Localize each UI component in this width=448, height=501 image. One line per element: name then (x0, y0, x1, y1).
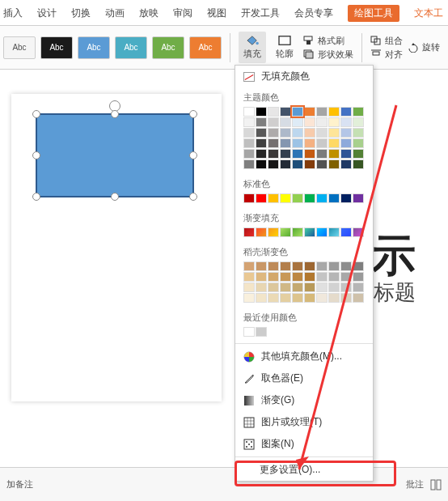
color-swatch[interactable] (243, 128, 255, 138)
color-swatch[interactable] (304, 293, 315, 303)
shape-style-6[interactable]: Abc (189, 36, 222, 59)
color-swatch[interactable] (292, 193, 303, 203)
color-swatch[interactable] (292, 282, 303, 292)
color-swatch[interactable] (328, 272, 340, 282)
more-fill-colors-item[interactable]: 其他填充颜色(M)... (235, 346, 373, 367)
gradient-swatch[interactable] (268, 227, 279, 237)
color-swatch[interactable] (268, 138, 279, 148)
color-swatch[interactable] (316, 149, 328, 159)
color-swatch[interactable] (328, 117, 340, 127)
gradient-swatch[interactable] (316, 227, 328, 237)
color-swatch[interactable] (304, 117, 315, 127)
color-swatch[interactable] (292, 128, 303, 138)
color-swatch[interactable] (304, 261, 315, 271)
gradient-swatch[interactable] (243, 227, 255, 237)
color-swatch[interactable] (316, 282, 328, 292)
color-swatch[interactable] (256, 282, 267, 292)
slide-canvas[interactable] (11, 94, 222, 401)
color-swatch[interactable] (353, 261, 364, 271)
shape-style-1[interactable]: Abc (3, 36, 36, 59)
color-swatch[interactable] (304, 159, 315, 169)
color-swatch[interactable] (304, 149, 315, 159)
gradient-swatch[interactable] (292, 227, 303, 237)
color-swatch[interactable] (256, 293, 267, 303)
color-swatch[interactable] (243, 327, 255, 337)
color-swatch[interactable] (292, 159, 303, 169)
color-swatch[interactable] (328, 159, 340, 169)
color-swatch[interactable] (316, 107, 328, 117)
color-swatch[interactable] (292, 293, 303, 303)
color-swatch[interactable] (316, 272, 328, 282)
color-swatch[interactable] (292, 149, 303, 159)
color-swatch[interactable] (316, 117, 328, 127)
shape-style-5[interactable]: Abc (152, 36, 184, 59)
shape-style-3[interactable]: Abc (78, 36, 110, 59)
comments-button[interactable]: 批注 (406, 478, 424, 490)
color-swatch[interactable] (304, 107, 315, 117)
fill-dropdown-button[interactable]: 填充 (239, 32, 266, 63)
color-swatch[interactable] (353, 159, 364, 169)
color-swatch[interactable] (316, 293, 328, 303)
color-swatch[interactable] (243, 261, 255, 271)
color-swatch[interactable] (256, 193, 267, 203)
shape-effect-button[interactable]: 形状效果 (303, 49, 353, 61)
color-swatch[interactable] (316, 159, 328, 169)
color-swatch[interactable] (280, 193, 291, 203)
color-swatch[interactable] (268, 293, 279, 303)
color-swatch[interactable] (243, 117, 255, 127)
outline-dropdown-button[interactable]: 轮廓 (271, 33, 298, 62)
resize-handle-nw[interactable] (32, 110, 40, 118)
format-brush-button[interactable]: 格式刷 (303, 35, 353, 47)
resize-handle-se[interactable] (189, 193, 197, 201)
shape-style-2[interactable]: Abc (40, 36, 73, 59)
tab-insert[interactable]: 插入 (3, 6, 23, 20)
resize-handle-ne[interactable] (189, 110, 197, 118)
color-swatch[interactable] (243, 107, 255, 117)
color-swatch[interactable] (280, 128, 291, 138)
color-swatch[interactable] (353, 272, 364, 282)
color-swatch[interactable] (280, 117, 291, 127)
color-swatch[interactable] (340, 282, 352, 292)
color-swatch[interactable] (353, 293, 364, 303)
color-swatch[interactable] (268, 117, 279, 127)
no-fill-item[interactable]: 无填充颜色 (235, 66, 373, 87)
resize-handle-w[interactable] (32, 151, 40, 159)
color-swatch[interactable] (268, 193, 279, 203)
color-swatch[interactable] (328, 293, 340, 303)
color-swatch[interactable] (292, 272, 303, 282)
tab-member[interactable]: 会员专享 (294, 6, 333, 20)
color-swatch[interactable] (243, 159, 255, 169)
color-swatch[interactable] (243, 193, 255, 203)
color-swatch[interactable] (243, 149, 255, 159)
tab-animation[interactable]: 动画 (105, 6, 125, 20)
color-swatch[interactable] (292, 107, 303, 117)
color-swatch[interactable] (340, 128, 352, 138)
color-swatch[interactable] (256, 327, 267, 337)
color-swatch[interactable] (256, 117, 267, 127)
color-swatch[interactable] (304, 282, 315, 292)
gradient-swatch[interactable] (256, 227, 267, 237)
tab-design[interactable]: 设计 (37, 6, 57, 20)
color-swatch[interactable] (328, 107, 340, 117)
gradient-swatch[interactable] (280, 227, 291, 237)
resize-handle-n[interactable] (111, 110, 119, 118)
align-button[interactable]: 对齐 (370, 49, 403, 61)
color-swatch[interactable] (280, 107, 291, 117)
color-swatch[interactable] (243, 272, 255, 282)
color-swatch[interactable] (243, 138, 255, 148)
color-swatch[interactable] (268, 159, 279, 169)
group-button[interactable]: 组合 (370, 35, 403, 47)
resize-handle-e[interactable] (189, 151, 197, 159)
pattern-item[interactable]: 图案(N) (235, 433, 373, 455)
color-swatch[interactable] (340, 107, 352, 117)
color-swatch[interactable] (328, 193, 340, 203)
gradient-swatch[interactable] (328, 227, 340, 237)
color-swatch[interactable] (328, 128, 340, 138)
color-swatch[interactable] (304, 193, 315, 203)
color-swatch[interactable] (340, 159, 352, 169)
tab-view[interactable]: 视图 (207, 6, 226, 20)
tab-review[interactable]: 审阅 (173, 6, 192, 20)
color-swatch[interactable] (280, 149, 291, 159)
color-swatch[interactable] (353, 138, 364, 148)
color-swatch[interactable] (256, 128, 267, 138)
